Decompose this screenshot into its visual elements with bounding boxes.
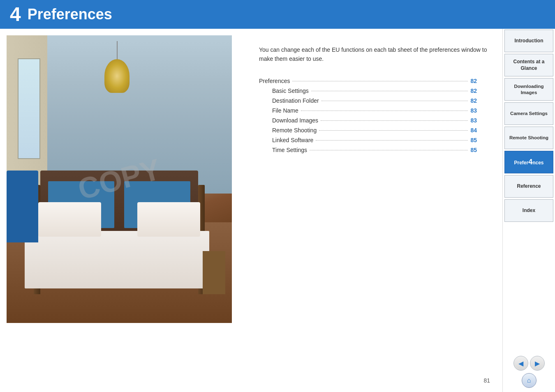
bedroom-photo: COPY [7,35,232,323]
sidebar-label-reference: Reference [517,183,541,190]
ceiling-lamp [101,41,133,93]
toc-dots [316,140,468,141]
sidebar-label-downloading: Downloading Images [507,83,550,96]
sidebar-item-downloading[interactable]: Downloading Images [504,78,553,101]
next-button[interactable]: ▶ [530,356,545,371]
toc-page: 85 [470,147,477,153]
blue-chair [7,171,38,242]
toc-page: 84 [470,127,477,134]
toc-page: 82 [470,78,477,84]
toc-dots [301,111,468,111]
bed-pillow-right [137,202,200,237]
sidebar-label-preferences: Prefer4nces [514,157,543,167]
sidebar-item-contents[interactable]: Contents at a Glance [504,54,553,76]
chapter-title: Preferences [28,6,112,23]
nav-home-row: ⌂ [522,373,536,388]
toc-entry[interactable]: Linked Software85 [259,135,477,145]
toc-dots [319,130,468,131]
toc-entry[interactable]: Time Settings85 [259,145,477,155]
toc-label: Time Settings [272,147,307,153]
toc-label: Destination Folder [272,97,319,104]
sidebar-item-camera[interactable]: Camera Settings [504,102,553,125]
bed-mattress [25,231,209,288]
toc-entry[interactable]: Basic Settings82 [259,86,477,96]
lamp-shade [104,59,130,93]
intro-text: You can change each of the EU functions … [259,45,489,64]
sidebar-item-introduction[interactable]: Introduction [504,30,553,52]
toc-entry[interactable]: Preferences82 [259,76,477,86]
toc-dots [321,120,468,121]
page-number: 81 [483,377,490,384]
page-header: 4 Preferences [0,0,555,29]
sidebar-label-remote: Remote Shooting [509,135,548,141]
chapter-number: 4 [10,5,21,24]
toc-label: Linked Software [272,137,313,143]
sidebar-label-camera: Camera Settings [510,111,548,117]
sidebar-label-introduction: Introduction [515,38,543,44]
home-button[interactable]: ⌂ [522,373,536,388]
toc-label: File Name [272,107,298,114]
sidebar-item-remote[interactable]: Remote Shooting [504,127,553,149]
sidebar: Introduction Contents at a Glance Downlo… [502,29,555,392]
toc-entry[interactable]: Destination Folder82 [259,96,477,106]
toc-entry[interactable]: File Name83 [259,106,477,115]
toc-page: 85 [470,137,477,143]
next-icon: ▶ [535,360,540,367]
bed-pillow-left [38,202,101,237]
toc-dots [321,101,468,101]
content-area: You can change each of the EU functions … [238,29,502,392]
main-layout: COPY You can change each of the EU funct… [0,29,555,392]
toc-entry[interactable]: Remote Shooting84 [259,125,477,135]
image-area: COPY [0,29,238,392]
home-icon: ⌂ [527,377,531,384]
toc-dots [311,91,468,91]
window [18,58,40,159]
toc-page: 82 [470,88,477,94]
prev-button[interactable]: ◀ [513,356,528,371]
sidebar-item-reference[interactable]: Reference [504,175,553,198]
sidebar-label-index: Index [523,208,535,214]
sidebar-item-preferences[interactable]: Prefer4nces [504,151,553,173]
toc-page: 83 [470,117,477,124]
toc-label: Remote Shooting [272,127,317,134]
toc-page: 82 [470,97,477,104]
sidebar-item-index[interactable]: Index [504,199,553,222]
lamp-cord [117,41,118,62]
sidebar-spacer [503,223,555,352]
sidebar-label-contents: Contents at a Glance [507,59,550,71]
toc-page: 83 [470,107,477,114]
toc-entry[interactable]: Download Images83 [259,115,477,125]
nightstand [203,251,225,294]
prev-icon: ◀ [518,360,523,367]
toc-label: Basic Settings [272,88,309,94]
nav-buttons: ◀ ▶ ⌂ [503,352,555,392]
table-of-contents: Preferences82Basic Settings82Destination… [259,76,490,155]
toc-label: Preferences [259,78,290,84]
toc-label: Download Images [272,117,318,124]
nav-prev-next-row: ◀ ▶ [513,356,545,371]
toc-dots [310,150,468,150]
toc-dots [292,81,468,81]
